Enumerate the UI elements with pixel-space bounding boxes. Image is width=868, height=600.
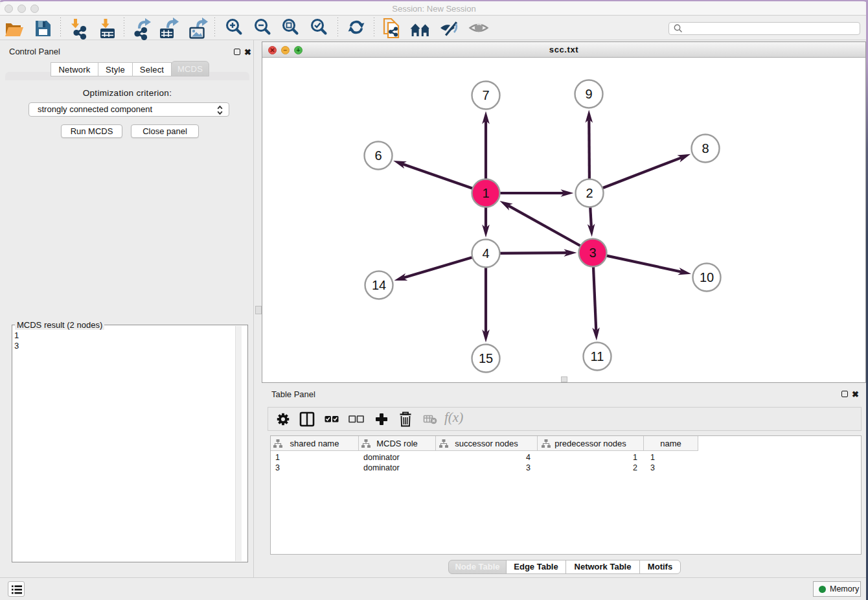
svg-text:11: 11 bbox=[591, 349, 604, 363]
svg-text:14: 14 bbox=[372, 278, 386, 292]
svg-text:7: 7 bbox=[482, 88, 489, 102]
svg-text:8: 8 bbox=[702, 141, 709, 156]
svg-text:9: 9 bbox=[585, 87, 592, 101]
svg-text:3: 3 bbox=[589, 246, 596, 260]
svg-text:4: 4 bbox=[482, 246, 489, 260]
svg-text:6: 6 bbox=[374, 148, 382, 163]
svg-text:10: 10 bbox=[700, 270, 714, 284]
svg-text:1: 1 bbox=[482, 186, 489, 200]
svg-text:15: 15 bbox=[479, 351, 493, 365]
svg-text:2: 2 bbox=[586, 186, 593, 200]
